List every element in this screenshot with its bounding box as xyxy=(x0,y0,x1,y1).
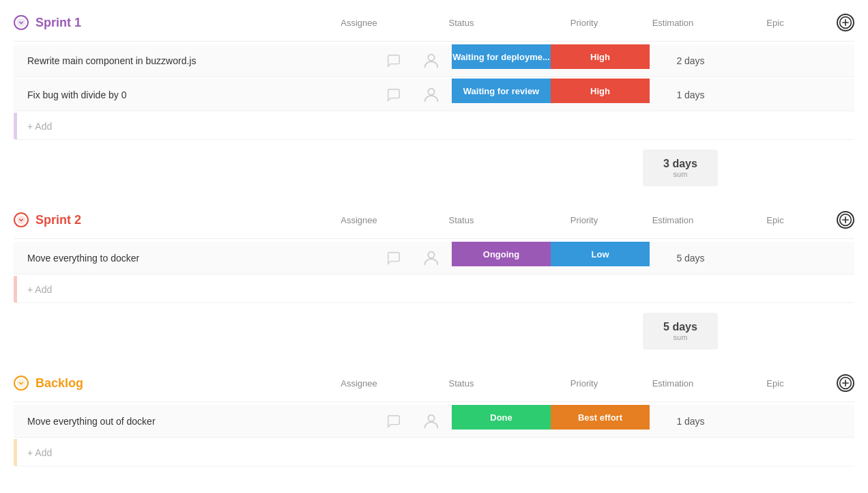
col-label: Assignee xyxy=(332,378,386,389)
task-priority-bar xyxy=(14,405,17,437)
col-label: Priority xyxy=(536,215,632,225)
col-label: Assignee xyxy=(332,18,386,28)
col-labels-sprint2: AssigneeStatusPriorityEstimationEpic xyxy=(332,215,837,225)
comment-icon[interactable] xyxy=(377,405,411,437)
task-estimation: 5 days xyxy=(650,242,732,274)
sprint-section-backlog: BacklogAssigneeStatusPriorityEstimationE… xyxy=(14,374,854,466)
svg-point-0 xyxy=(17,18,26,27)
task-estimation: 1 days xyxy=(650,79,732,111)
sum-value: 3 days xyxy=(663,158,697,170)
task-estimation: 1 days xyxy=(650,405,732,437)
sprint-collapse-icon-sprint1[interactable] xyxy=(14,15,29,30)
sum-label: sum xyxy=(674,170,688,178)
add-task-row[interactable]: + Add xyxy=(14,439,854,466)
status-badge[interactable]: Waiting for deployme... xyxy=(452,44,551,69)
col-label: Estimation xyxy=(632,18,714,28)
sprint-header-backlog: BacklogAssigneeStatusPriorityEstimationE… xyxy=(14,374,854,396)
status-priority-cell: Waiting for reviewHigh xyxy=(452,79,650,111)
svg-point-11 xyxy=(17,379,26,388)
assignee-icon[interactable] xyxy=(411,242,452,274)
sum-value: 5 days xyxy=(663,321,697,333)
comment-icon[interactable] xyxy=(377,44,411,76)
task-name: Move everything out of docker xyxy=(14,405,377,437)
sum-row-sprint1: 3 dayssum xyxy=(14,144,854,186)
svg-point-15 xyxy=(428,414,434,421)
status-badge[interactable]: Done xyxy=(452,405,551,429)
col-label: Priority xyxy=(536,378,632,389)
col-label: Epic xyxy=(714,18,837,28)
task-priority-bar xyxy=(14,44,17,76)
sum-box: 3 dayssum xyxy=(643,150,718,186)
add-row-bar xyxy=(14,113,17,139)
priority-badge[interactable]: High xyxy=(551,44,650,69)
priority-badge[interactable]: Best effort xyxy=(551,405,650,429)
comment-icon[interactable] xyxy=(377,79,411,111)
sprint-title-sprint1: Sprint 1 xyxy=(35,16,81,30)
table-row[interactable]: Move everything out of docker DoneBest e… xyxy=(14,405,854,438)
add-task-row[interactable]: + Add xyxy=(14,276,854,303)
task-epic xyxy=(732,242,854,274)
col-label: Estimation xyxy=(632,215,714,225)
col-label: Estimation xyxy=(632,378,714,389)
task-epic xyxy=(732,405,854,437)
col-label: Assignee xyxy=(332,215,386,225)
table-row[interactable]: Move everything to docker OngoingLow5 da… xyxy=(14,242,854,274)
sprint-header-sprint1: Sprint 1AssigneeStatusPriorityEstimation… xyxy=(14,14,854,36)
col-label: Epic xyxy=(714,378,837,389)
svg-point-10 xyxy=(428,251,434,257)
add-row-bar xyxy=(14,439,17,466)
task-name: Move everything to docker xyxy=(14,242,377,274)
sprint-add-button-sprint2[interactable] xyxy=(837,211,854,229)
status-priority-cell: DoneBest effort xyxy=(452,405,650,437)
sprint-header-sprint2: Sprint 2AssigneeStatusPriorityEstimation… xyxy=(14,211,854,233)
table-row[interactable]: Rewrite main component in buzzword.js Wa… xyxy=(14,44,854,77)
col-labels-sprint1: AssigneeStatusPriorityEstimationEpic xyxy=(332,18,837,28)
task-priority-bar xyxy=(14,79,17,111)
sprint-collapse-icon-backlog[interactable] xyxy=(14,376,29,391)
col-label: Epic xyxy=(714,215,837,225)
col-labels-backlog: AssigneeStatusPriorityEstimationEpic xyxy=(332,378,837,389)
sum-label: sum xyxy=(674,333,688,341)
col-label: Priority xyxy=(536,18,632,28)
task-epic xyxy=(732,79,854,111)
col-label: Status xyxy=(386,215,536,225)
status-priority-cell: OngoingLow xyxy=(452,242,650,274)
add-row-bar xyxy=(14,276,17,302)
col-label: Status xyxy=(386,18,536,28)
col-label: Status xyxy=(386,378,536,389)
priority-badge[interactable]: Low xyxy=(551,242,650,266)
page: Sprint 1AssigneeStatusPriorityEstimation… xyxy=(0,0,868,493)
sum-row-sprint2: 5 dayssum xyxy=(14,307,854,350)
status-badge[interactable]: Ongoing xyxy=(452,242,551,266)
task-priority-bar xyxy=(14,242,17,274)
add-task-label[interactable]: + Add xyxy=(27,284,52,295)
task-name: Fix bug with divide by 0 xyxy=(14,79,377,111)
assignee-icon[interactable] xyxy=(411,79,452,111)
sprint-title-sprint2: Sprint 2 xyxy=(35,213,81,227)
status-priority-cell: Waiting for deployme...High xyxy=(452,44,650,76)
task-epic xyxy=(732,44,854,76)
add-task-label[interactable]: + Add xyxy=(27,447,52,458)
task-name: Rewrite main component in buzzword.js xyxy=(14,44,377,76)
status-badge[interactable]: Waiting for review xyxy=(452,79,551,103)
svg-point-4 xyxy=(428,54,434,60)
sprint-add-button-sprint1[interactable] xyxy=(837,14,854,31)
priority-badge[interactable]: High xyxy=(551,79,650,103)
add-task-label[interactable]: + Add xyxy=(27,121,52,132)
comment-icon[interactable] xyxy=(377,242,411,274)
assignee-icon[interactable] xyxy=(411,44,452,76)
svg-point-5 xyxy=(428,88,434,94)
sprint-section-sprint2: Sprint 2AssigneeStatusPriorityEstimation… xyxy=(14,211,854,350)
svg-point-6 xyxy=(17,216,26,225)
sprint-add-button-backlog[interactable] xyxy=(837,374,854,392)
task-estimation: 2 days xyxy=(650,44,732,76)
table-row[interactable]: Fix bug with divide by 0 Waiting for rev… xyxy=(14,79,854,111)
sprint-collapse-icon-sprint2[interactable] xyxy=(14,212,29,227)
sum-box: 5 dayssum xyxy=(643,313,718,350)
sprint-title-backlog: Backlog xyxy=(35,376,83,391)
sprint-section-sprint1: Sprint 1AssigneeStatusPriorityEstimation… xyxy=(14,14,854,186)
add-task-row[interactable]: + Add xyxy=(14,113,854,140)
assignee-icon[interactable] xyxy=(411,405,452,437)
